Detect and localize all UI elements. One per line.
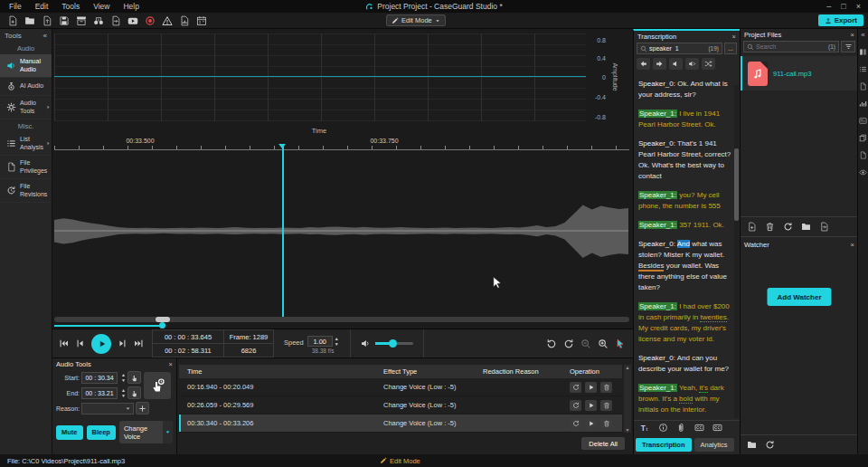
folder-open-icon[interactable]: [747, 440, 757, 450]
play-button[interactable]: [585, 400, 597, 411]
text-format-icon[interactable]: Tt: [640, 423, 650, 433]
menu-file[interactable]: File: [9, 2, 22, 11]
shuffle-button[interactable]: [702, 58, 715, 70]
list-icon[interactable]: [859, 65, 867, 73]
copy-icon[interactable]: [859, 134, 867, 142]
transcript-entry[interactable]: Speaker_1: Yeah, it's dark brown. It's a…: [638, 383, 733, 415]
file-export-icon[interactable]: [819, 222, 829, 232]
close-icon[interactable]: ×: [851, 31, 854, 39]
transcript-entry[interactable]: Speaker_1: I had over $200 in cash prima…: [638, 301, 733, 345]
effect-row[interactable]: 00:16.940 - 00:20.049Change Voice (Low :…: [179, 378, 622, 396]
file-icon[interactable]: [859, 151, 867, 159]
warning-icon[interactable]: [162, 15, 173, 26]
refresh-button[interactable]: [570, 418, 581, 429]
eye-icon[interactable]: [859, 168, 867, 176]
effect-row[interactable]: 00:26.059 - 00:29.569Change Voice (Low :…: [179, 396, 622, 415]
pointer-icon[interactable]: [615, 338, 626, 349]
pick-start-button[interactable]: [127, 371, 141, 384]
close-icon[interactable]: ×: [169, 360, 173, 368]
change-voice-caret-button[interactable]: [163, 421, 173, 443]
speed-input[interactable]: [307, 336, 333, 347]
bleep-button[interactable]: Bleep: [87, 425, 116, 440]
info-icon[interactable]: [658, 423, 668, 433]
paperclip-icon[interactable]: [676, 423, 686, 433]
chart-bars-icon[interactable]: [859, 100, 867, 108]
next-frame-button[interactable]: [118, 338, 127, 348]
menu-view[interactable]: View: [93, 2, 109, 11]
file-export-icon[interactable]: [110, 15, 121, 26]
project-files-search-input[interactable]: [756, 43, 826, 50]
volume-skip-button[interactable]: [685, 58, 699, 70]
speed-stepper[interactable]: ▲▼: [333, 336, 339, 347]
pick-end-button[interactable]: [127, 386, 141, 399]
video-icon[interactable]: [127, 15, 138, 26]
transcript-scrollbar[interactable]: [734, 85, 739, 418]
column-header-operation[interactable]: Operation: [570, 367, 622, 376]
sidebar-item-audio-tools[interactable]: Audio Tools: [0, 96, 52, 119]
play-button[interactable]: [585, 382, 597, 393]
record-icon[interactable]: [145, 15, 156, 26]
add-reason-button[interactable]: [136, 402, 149, 415]
time-ruler[interactable]: 00:33.50000:33.750: [54, 137, 629, 150]
cc-icon[interactable]: [712, 423, 722, 433]
badge-icon[interactable]: [859, 117, 867, 125]
refresh-button[interactable]: [570, 382, 581, 393]
menu-help[interactable]: Help: [123, 2, 138, 11]
reason-select[interactable]: [81, 403, 134, 415]
pick-range-button[interactable]: [144, 372, 171, 399]
refresh-icon[interactable]: [765, 440, 775, 450]
sidebar-item-file-privileges[interactable]: File Privileges: [0, 156, 52, 179]
trash-button[interactable]: [600, 418, 612, 429]
column-header-effect-type[interactable]: Effect Type: [383, 367, 483, 376]
transcript-scroll-thumb[interactable]: [734, 148, 739, 221]
arrow-left-button[interactable]: [637, 58, 650, 70]
menu-edit[interactable]: Edit: [35, 2, 49, 11]
transcript-entry[interactable]: Speaker_1: you? My cell phone, the numbe…: [638, 190, 733, 212]
trash-icon[interactable]: [765, 222, 775, 232]
sidebar-item-file-revisions[interactable]: File Revisions: [0, 179, 52, 203]
tab-transcription[interactable]: Transcription: [636, 438, 692, 452]
transcript-entry[interactable]: Speaker_0: And what was stolen? Mister K…: [638, 239, 733, 293]
folder-open-icon[interactable]: [801, 222, 811, 232]
transcript-entry[interactable]: Speaker_0: Ok. And what is your address,…: [638, 79, 733, 100]
transcript-entry[interactable]: Speaker_0: That's 1 941 Pearl Harbor Str…: [638, 138, 733, 182]
trash-button[interactable]: [600, 400, 612, 411]
folder-open-icon[interactable]: [24, 15, 35, 26]
panels-icon[interactable]: [859, 48, 867, 56]
cc-icon[interactable]: [694, 423, 704, 433]
transcript-entry[interactable]: Speaker_1: 357 1911. Ok.: [638, 220, 733, 231]
file-item[interactable]: 911-call.mp3: [741, 56, 858, 91]
trash-button[interactable]: [600, 382, 612, 393]
edit-mode-dropdown[interactable]: Edit Mode: [386, 14, 446, 26]
scroll-down-icon[interactable]: ▼: [626, 427, 630, 433]
column-header-redaction-reason[interactable]: Redaction Reason: [483, 367, 570, 376]
sidebar-item-manual-audio[interactable]: Manual Audio: [0, 54, 52, 78]
playhead-line[interactable]: [282, 145, 284, 317]
horizontal-scrollbar[interactable]: [54, 317, 629, 322]
column-header-time[interactable]: Time: [179, 367, 383, 376]
report-icon[interactable]: [179, 15, 190, 26]
rail-collapse-icon[interactable]: «: [861, 32, 864, 39]
transcription-search[interactable]: (19): [637, 43, 722, 54]
sidebar-collapse-icon[interactable]: «: [43, 32, 47, 40]
close-icon[interactable]: ×: [732, 33, 736, 41]
skip-end-button[interactable]: [134, 338, 144, 348]
arrow-right-button[interactable]: [653, 58, 666, 70]
volume-low-button[interactable]: [669, 58, 683, 70]
effect-row[interactable]: 00:30.340 - 00:33.206Change Voice (Low :…: [179, 415, 622, 433]
filter-button[interactable]: [841, 41, 855, 52]
start-stepper[interactable]: ▲▼: [119, 372, 126, 383]
playback-progress[interactable]: [54, 325, 163, 327]
rotate-left-icon[interactable]: [546, 338, 557, 349]
file-plus-icon[interactable]: [7, 15, 18, 26]
waveform-display[interactable]: [52, 151, 633, 314]
save-icon[interactable]: [59, 15, 70, 26]
delete-all-button[interactable]: Delete All: [581, 437, 625, 450]
volume-slider[interactable]: [375, 342, 413, 345]
rotate-right-icon[interactable]: [563, 338, 574, 349]
archive-icon[interactable]: [76, 15, 87, 26]
minimize-button[interactable]: –: [826, 2, 831, 11]
sidebar-item-list-analysis[interactable]: List Analysis: [0, 132, 52, 156]
effects-table-scrollbar[interactable]: ▲ ▼: [624, 365, 631, 433]
file-icon[interactable]: [859, 82, 867, 91]
